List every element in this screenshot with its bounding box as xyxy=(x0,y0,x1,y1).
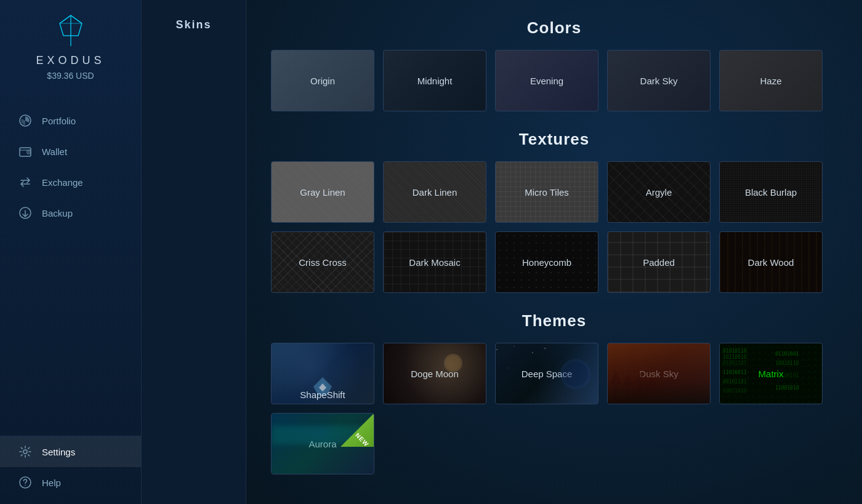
themes-grid: ShapeShift Doge Moon xyxy=(271,343,837,404)
exchange-label: Exchange xyxy=(42,177,83,188)
sidebar-item-exchange[interactable]: Exchange xyxy=(0,167,141,198)
help-label: Help xyxy=(42,478,61,488)
skin-label-blackburlap: Black Burlap xyxy=(745,187,797,198)
svg-text:11010011: 11010011 xyxy=(723,370,747,375)
skin-label-darklinen: Dark Linen xyxy=(413,187,457,198)
sidebar-item-backup[interactable]: Backup xyxy=(0,198,141,228)
svg-text:01101001: 01101001 xyxy=(775,351,799,357)
skin-card-dogemoon[interactable]: Doge Moon xyxy=(383,343,486,404)
logo-text: EXODUS xyxy=(36,54,105,67)
skin-card-argyle[interactable]: Argyle xyxy=(607,161,711,223)
svg-line-4 xyxy=(60,23,63,36)
sidebar-item-settings[interactable]: Settings xyxy=(0,436,141,467)
skin-card-honeycomb[interactable]: Honeycomb xyxy=(495,231,598,293)
content-inner: Colors Origin Midnight Evening Dark Sky xyxy=(271,18,837,474)
skin-label-honeycomb: Honeycomb xyxy=(522,257,571,268)
textures-section: Textures Gray Linen Dark Linen Micro Til… xyxy=(271,130,837,293)
textures-section-header: Textures xyxy=(271,130,837,149)
skin-card-haze[interactable]: Haze xyxy=(719,50,823,111)
skin-card-microtiles[interactable]: Micro Tiles xyxy=(495,161,598,223)
main-content: Colors Origin Midnight Evening Dark Sky xyxy=(246,0,862,504)
skin-card-evening[interactable]: Evening xyxy=(495,50,598,111)
exodus-logo-icon xyxy=(52,12,89,49)
svg-line-6 xyxy=(60,15,71,23)
skin-card-midnight[interactable]: Midnight xyxy=(383,50,486,111)
svg-text:11001010: 11001010 xyxy=(775,385,799,391)
svg-text:10010110: 10010110 xyxy=(775,361,799,366)
colors-section-header: Colors xyxy=(271,18,837,38)
svg-text:01001101: 01001101 xyxy=(723,361,747,366)
sidebar-item-portfolio[interactable]: Portfolio xyxy=(0,105,141,136)
svg-point-26 xyxy=(532,352,533,353)
skin-card-shapeshift[interactable]: ShapeShift xyxy=(271,343,374,404)
sidebar-item-help[interactable]: Help xyxy=(0,467,141,498)
svg-text:01010110: 01010110 xyxy=(723,348,747,354)
deepspace-bg xyxy=(496,343,598,404)
skin-card-darkmosaic[interactable]: Dark Mosaic xyxy=(383,231,486,293)
sidebar: EXODUS $39.36 USD Portfolio xyxy=(0,0,142,504)
backup-icon xyxy=(18,206,32,220)
new-badge-text: NEW xyxy=(354,431,370,447)
colors-section: Colors Origin Midnight Evening Dark Sky xyxy=(271,18,837,111)
svg-point-24 xyxy=(496,349,497,350)
skin-card-darklinen[interactable]: Dark Linen xyxy=(383,161,486,223)
portfolio-icon xyxy=(18,114,32,127)
settings-label: Settings xyxy=(42,447,75,457)
skin-label-argyle: Argyle xyxy=(646,187,672,198)
skin-label-shapeshift: ShapeShift xyxy=(272,390,374,400)
matrix-bg: 01010110 10110010 01001101 11010011 0010… xyxy=(720,343,823,404)
svg-line-5 xyxy=(78,23,82,36)
skin-card-padded[interactable]: Padded xyxy=(607,231,711,293)
skin-card-graylinen[interactable]: Gray Linen xyxy=(271,161,374,223)
balance-display: $39.36 USD xyxy=(47,71,94,81)
skin-label-darksky: Dark Sky xyxy=(640,76,678,86)
skin-label-crisscross: Criss Cross xyxy=(299,257,347,268)
svg-point-25 xyxy=(514,346,515,347)
dogemoon-moon xyxy=(443,353,464,374)
sidebar-item-wallet[interactable]: Wallet xyxy=(0,136,141,167)
skin-label-midnight: Midnight xyxy=(417,76,453,86)
skin-card-darkwood[interactable]: Dark Wood xyxy=(719,231,823,293)
svg-point-11 xyxy=(28,151,30,153)
svg-point-28 xyxy=(544,348,546,349)
svg-text:00101101: 00101101 xyxy=(723,379,747,385)
skin-label-microtiles: Micro Tiles xyxy=(525,187,569,198)
sidebar-bottom: Settings Help xyxy=(0,436,141,498)
svg-point-23 xyxy=(563,362,588,386)
skin-card-dusksky[interactable]: Dusk Sky xyxy=(607,343,711,404)
app-wrapper: EXODUS $39.36 USD Portfolio xyxy=(0,0,862,504)
textures-grid: Gray Linen Dark Linen Micro Tiles Argyle xyxy=(271,161,837,293)
skin-card-origin[interactable]: Origin xyxy=(271,50,374,111)
exchange-icon xyxy=(18,175,32,189)
skin-card-blackburlap[interactable]: Black Burlap xyxy=(719,161,823,223)
portfolio-label: Portfolio xyxy=(42,116,76,126)
themes-section: Themes ShapeShift xyxy=(271,311,837,474)
skin-label-padded: Padded xyxy=(643,257,675,268)
svg-text:10110010: 10110010 xyxy=(723,354,747,360)
skin-label-evening: Evening xyxy=(530,76,563,86)
skin-card-deepspace[interactable]: Deep Space xyxy=(495,343,598,404)
left-skins-panel: Skins xyxy=(142,0,246,504)
svg-point-27 xyxy=(507,367,509,369)
skin-label-haze: Haze xyxy=(760,76,781,86)
skins-panel-label: Skins xyxy=(175,18,211,504)
wallet-icon xyxy=(18,145,32,158)
skin-card-aurora[interactable]: NEW Aurora xyxy=(271,413,374,474)
content-area: Skins Colors Origin Midnight E xyxy=(142,0,862,504)
themes-grid-row2: NEW Aurora xyxy=(271,413,837,474)
svg-text:10011010: 10011010 xyxy=(723,388,747,394)
skin-card-darksky[interactable]: Dark Sky xyxy=(607,50,711,111)
help-icon xyxy=(18,476,32,489)
skin-card-crisscross[interactable]: Criss Cross xyxy=(271,231,374,293)
wallet-label: Wallet xyxy=(42,146,67,157)
settings-icon xyxy=(18,445,32,458)
colors-grid: Origin Midnight Evening Dark Sky Haze xyxy=(271,50,837,111)
nav-items: Portfolio Wallet Exchange xyxy=(0,105,141,436)
svg-line-7 xyxy=(71,15,82,23)
skin-card-matrix[interactable]: 01010110 10110010 01001101 11010011 0010… xyxy=(719,343,823,404)
svg-point-14 xyxy=(23,450,27,454)
themes-section-header: Themes xyxy=(271,311,837,330)
svg-point-16 xyxy=(25,485,26,486)
backup-label: Backup xyxy=(42,208,73,218)
skin-label-graylinen: Gray Linen xyxy=(300,187,345,198)
